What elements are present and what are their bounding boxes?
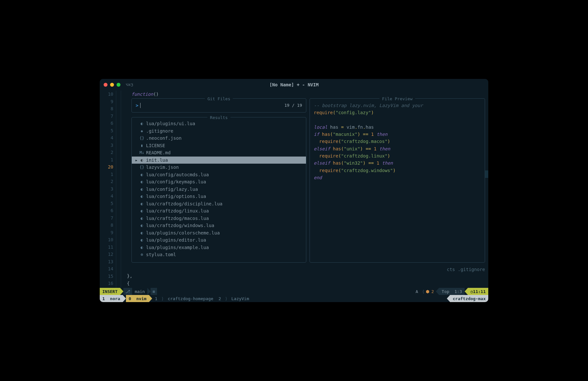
result-item[interactable]: ◐lua/craftzdog/linux.lua <box>132 207 306 215</box>
window-name[interactable]: LazyVim <box>229 295 252 302</box>
result-item[interactable]: ▮LICENSE <box>132 142 306 149</box>
file-name: lazyvim.json <box>146 164 179 171</box>
result-item[interactable]: ◐lua/craftzdog/macos.lua <box>132 215 306 222</box>
separator-icon <box>465 288 468 295</box>
separator-icon <box>147 288 151 295</box>
file-name: lua/config/options.lua <box>146 193 206 200</box>
result-item[interactable]: ◐lua/config/autocmds.lua <box>132 171 306 179</box>
preview-line <box>314 116 481 124</box>
traffic-lights <box>104 83 120 87</box>
file-name: lua/plugins/editor.lua <box>146 236 206 244</box>
separator-icon: ⟩ <box>161 296 164 301</box>
file-icon: ◐ <box>140 178 144 186</box>
line-number: 15 <box>100 273 113 280</box>
results-panel: Results ◐lua/plugins/ui.lua◈.gitignore{}… <box>131 117 306 263</box>
line-number: 10 <box>100 91 113 98</box>
result-item[interactable]: ▸◐init.lua <box>132 157 306 164</box>
file-name: README.md <box>146 149 171 157</box>
panel-title: Results <box>208 114 231 122</box>
file-name: lua/plugins/example.lua <box>146 244 209 251</box>
preview-line: end <box>314 174 481 181</box>
file-icon: {} <box>140 164 144 171</box>
preview-line: local has = vim.fn.has <box>314 124 481 131</box>
window-index[interactable]: 2 <box>216 295 224 302</box>
file-icon: ◐ <box>140 207 144 215</box>
line-number: 8 <box>100 105 113 113</box>
git-branch-icon: ⎇ <box>123 288 132 295</box>
maximize-icon[interactable] <box>117 83 120 87</box>
diagnostic-count: 2 <box>431 289 434 294</box>
line-number: 14 <box>100 265 113 273</box>
close-icon[interactable] <box>104 83 107 87</box>
file-icon: ◐ <box>140 186 144 193</box>
list-icon: ≡ <box>151 288 157 295</box>
preview-line: if has("macunix") == 1 then <box>314 131 481 138</box>
result-item[interactable]: ◐lua/plugins/example.lua <box>132 244 306 251</box>
file-name: lua/craftzdog/discipline.lua <box>146 200 222 208</box>
indent-guide <box>121 91 121 288</box>
clock: ◷11:11 <box>468 288 488 295</box>
line-number: 2 <box>100 149 113 156</box>
line-number: 3 <box>100 185 113 193</box>
separator-icon <box>120 288 123 295</box>
window-name[interactable]: craftzdog-homepage <box>165 295 216 302</box>
titlebar: ⌥⌘3 [No Name] + - NVIM <box>100 79 488 91</box>
file-icon: ◐ <box>140 229 144 237</box>
git-files-prompt[interactable]: Git Files > 19 / 19 <box>131 98 306 113</box>
separator-icon <box>436 288 439 295</box>
result-item[interactable]: ◐lua/config/keymaps.lua <box>132 178 306 186</box>
minimize-icon[interactable] <box>110 83 114 87</box>
file-icon: M↓ <box>140 149 144 157</box>
line-number: 11 <box>100 244 113 251</box>
preview-line: require("craftzdog.macos") <box>314 138 481 145</box>
preview-line: elseif has("unix") == 1 then <box>314 145 481 152</box>
result-count: 19 / 19 <box>284 102 302 109</box>
terminal-window: ⌥⌘3 [No Name] + - NVIM 10987654321201234… <box>100 79 488 302</box>
result-item[interactable]: ◈.gitignore <box>132 127 306 135</box>
result-item[interactable]: ◐lua/plugins/editor.lua <box>132 236 306 244</box>
window-index[interactable]: 1 <box>152 295 160 302</box>
line-number: 5 <box>100 127 113 135</box>
file-preview-panel: File Preview -- bootstrap lazy.nvim, Laz… <box>310 98 485 263</box>
separator-icon <box>149 295 152 302</box>
result-item[interactable]: ◐lua/config/lazy.lua <box>132 186 306 193</box>
line-number: 5 <box>100 200 113 207</box>
separator-icon: ⟨ <box>422 289 424 294</box>
file-name: lua/craftzdog/windows.lua <box>146 222 214 229</box>
result-item[interactable]: {}.neoconf.json <box>132 135 306 142</box>
line-number: 1 <box>100 156 113 164</box>
tab-indicator: ⌥⌘3 <box>126 82 133 87</box>
separator-icon <box>447 295 450 302</box>
line-number: 7 <box>100 214 113 222</box>
file-name: .neoconf.json <box>146 135 182 142</box>
file-icon: ◐ <box>140 236 144 244</box>
file-name: LICENSE <box>146 142 165 149</box>
window-active-index[interactable]: 0 <box>126 295 134 302</box>
telescope-popup: Git Files > 19 / 19 Results ◐lua/plugins… <box>131 98 485 263</box>
scroll-position: Top <box>439 288 452 295</box>
window-active-name[interactable]: nvim <box>134 295 149 302</box>
preview-line: require("craftzdog.linux") <box>314 152 481 159</box>
result-item[interactable]: ◐lua/craftzdog/windows.lua <box>132 222 306 229</box>
panel-title: File Preview <box>379 95 415 103</box>
preview-line: -- bootstrap lazy.nvim, LazyVim and your <box>314 102 481 109</box>
session-name[interactable]: nora <box>107 295 123 302</box>
file-name: init.lua <box>146 157 168 164</box>
result-item[interactable]: ◐lua/config/options.lua <box>132 193 306 200</box>
file-icon: ◐ <box>140 193 144 200</box>
result-item[interactable]: ⚙stylua.toml <box>132 251 306 258</box>
window-title: [No Name] + - NVIM <box>269 82 319 87</box>
file-name: lua/config/autocmds.lua <box>146 171 209 179</box>
line-number: 6 <box>100 120 113 127</box>
code-area[interactable]: function() Git Files > 19 / 19 Results ◐… <box>131 91 488 288</box>
result-item[interactable]: ◐lua/plugins/colorscheme.lua <box>132 229 306 237</box>
session-index[interactable]: 1 <box>100 295 107 302</box>
result-item[interactable]: M↓README.md <box>132 149 306 157</box>
brace-close: }, <box>127 273 132 278</box>
file-icon: {} <box>140 135 144 142</box>
result-item[interactable]: {}lazyvim.json <box>132 164 306 171</box>
result-item[interactable]: ◐lua/craftzdog/discipline.lua <box>132 200 306 208</box>
file-icon: ▮ <box>140 142 144 149</box>
cursor-position: 1:3 <box>452 288 465 295</box>
mode-indicator: INSERT <box>100 288 120 295</box>
